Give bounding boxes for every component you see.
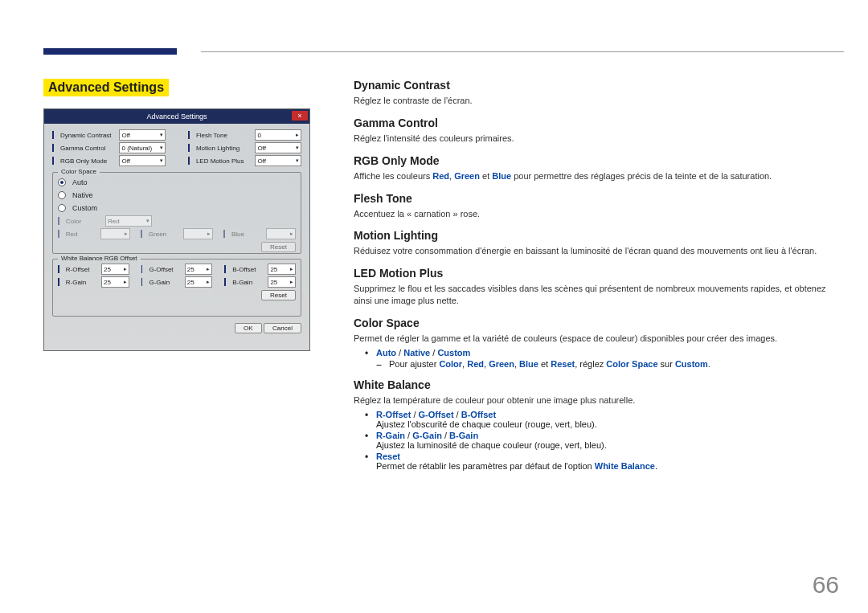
page-number: 66 xyxy=(813,571,839,599)
ok-button[interactable]: OK xyxy=(235,323,262,333)
heading-rgb-only: RGB Only Mode xyxy=(354,154,839,167)
dropdown-blue[interactable]: ▸ xyxy=(266,228,296,239)
ss-label-red: Red xyxy=(66,231,97,238)
dropdown-red[interactable]: ▸ xyxy=(100,228,130,239)
settings-screenshot: Advanced Settings × Dynamic Contrast Off… xyxy=(43,108,310,351)
dropdown-ggain[interactable]: 25▸ xyxy=(185,276,213,288)
header-accent-bar xyxy=(43,48,177,55)
wb-gain-line: R-Gain / G-Gain / B-Gain Ajustez la lumi… xyxy=(365,431,839,450)
dropdown-flesh-tone[interactable]: 0▸ xyxy=(255,129,301,141)
ss-label-rgain: R-Gain xyxy=(66,279,98,286)
dropdown-rgain[interactable]: 25▸ xyxy=(101,276,129,288)
screenshot-title: Advanced Settings xyxy=(146,112,207,121)
heading-white-balance: White Balance xyxy=(354,378,839,391)
desc-color-space: Permet de régler la gamme et la variété … xyxy=(354,333,839,345)
desc-gamma-control: Réglez l'intensité des couleurs primaire… xyxy=(354,133,839,145)
ss-label-color: Color xyxy=(66,218,102,225)
dropdown-goffset[interactable]: 25▸ xyxy=(185,264,213,275)
dropdown-dynamic-contrast[interactable]: Off▾ xyxy=(119,129,166,141)
radio-custom[interactable] xyxy=(58,204,66,212)
ss-label-green: Green xyxy=(149,231,180,238)
desc-flesh-tone: Accentuez la « carnation » rose. xyxy=(354,208,839,220)
dropdown-rgb-only[interactable]: Off▾ xyxy=(119,155,166,166)
color-space-adjust-line: Pour ajuster Color, Red, Green, Blue et … xyxy=(376,359,839,369)
group-color-space: Color Space xyxy=(58,168,100,175)
dropdown-bgain[interactable]: 25▸ xyxy=(268,276,296,288)
heading-motion-lighting: Motion Lighting xyxy=(354,229,839,242)
dropdown-gamma-control[interactable]: 0 (Natural)▾ xyxy=(119,142,166,153)
ss-label-motion-lighting: Motion Lighting xyxy=(196,145,252,152)
desc-dynamic-contrast: Réglez le contraste de l'écran. xyxy=(354,95,839,107)
group-white-balance: White Balance RGB Offset xyxy=(58,255,141,262)
heading-color-space: Color Space xyxy=(354,317,839,329)
ss-label-rgb-only: RGB Only Mode xyxy=(60,157,116,165)
color-space-options: Auto / Native / Custom xyxy=(365,348,839,358)
dropdown-boffset[interactable]: 25▸ xyxy=(268,264,296,275)
heading-led-motion: LED Motion Plus xyxy=(354,267,839,280)
radio-native-label: Native xyxy=(72,191,93,199)
heading-flesh-tone: Flesh Tone xyxy=(354,192,839,205)
ss-label-boffset: B-Offset xyxy=(232,266,264,273)
desc-rgb-only: Affiche les couleurs Red, Green et Blue … xyxy=(354,170,839,182)
radio-auto[interactable] xyxy=(58,178,66,186)
wb-reset-line: Reset Permet de rétablir les paramètres … xyxy=(365,452,839,471)
desc-led-motion: Supprimez le flou et les saccades visibl… xyxy=(354,283,839,307)
ss-label-gamma-control: Gamma Control xyxy=(60,145,116,152)
cancel-button[interactable]: Cancel xyxy=(264,323,301,333)
radio-native[interactable] xyxy=(58,191,66,199)
dropdown-color[interactable]: Red▾ xyxy=(105,215,152,227)
heading-dynamic-contrast: Dynamic Contrast xyxy=(354,79,839,92)
section-title: Advanced Settings xyxy=(43,79,169,96)
ss-label-dynamic-contrast: Dynamic Contrast xyxy=(60,132,116,139)
ss-label-led-motion: LED Motion Plus xyxy=(196,157,252,165)
ss-label-roffset: R-Offset xyxy=(66,266,98,273)
dropdown-led-motion[interactable]: Off▾ xyxy=(255,155,301,166)
desc-motion-lighting: Réduisez votre consommation d'énergie en… xyxy=(354,245,839,257)
radio-auto-label: Auto xyxy=(72,178,88,186)
ss-label-bgain: B-Gain xyxy=(232,279,264,286)
chevron-down-icon: ▾ xyxy=(160,132,163,138)
cs-reset-button[interactable]: Reset xyxy=(261,242,296,252)
screenshot-titlebar: Advanced Settings × xyxy=(44,109,309,124)
wb-offset-line: R-Offset / G-Offset / B-Offset Ajustez l… xyxy=(365,410,839,429)
close-icon[interactable]: × xyxy=(292,111,308,121)
ss-label-ggain: G-Gain xyxy=(149,279,181,286)
ss-label-goffset: G-Offset xyxy=(149,266,181,273)
desc-white-balance: Réglez la température de couleur pour ob… xyxy=(354,394,839,407)
dropdown-roffset[interactable]: 25▸ xyxy=(101,264,129,275)
header-divider xyxy=(201,51,844,52)
wb-reset-button[interactable]: Reset xyxy=(261,290,296,300)
ss-label-blue: Blue xyxy=(231,231,263,238)
radio-custom-label: Custom xyxy=(72,204,97,212)
dropdown-motion-lighting[interactable]: Off▾ xyxy=(255,142,301,153)
ss-label-flesh-tone: Flesh Tone xyxy=(196,132,252,139)
chevron-right-icon: ▸ xyxy=(296,132,299,138)
heading-gamma-control: Gamma Control xyxy=(354,116,839,129)
dropdown-green[interactable]: ▸ xyxy=(183,228,213,239)
